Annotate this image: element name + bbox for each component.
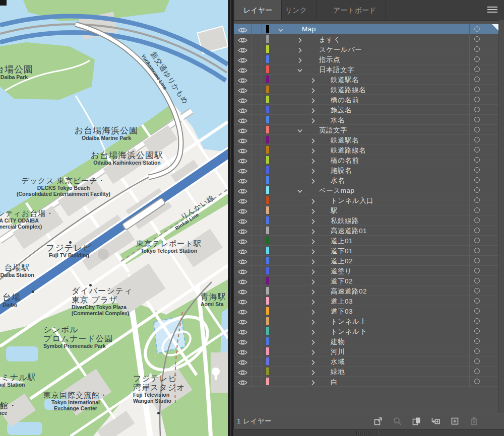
target-circle-icon[interactable] xyxy=(474,358,480,364)
layer-row[interactable]: トンネル上 xyxy=(234,316,498,326)
chevron-right-icon[interactable] xyxy=(310,288,316,294)
target-circle-icon[interactable] xyxy=(474,278,480,283)
layer-row[interactable]: 道上01 xyxy=(234,236,498,246)
chevron-right-icon[interactable] xyxy=(297,56,303,62)
chevron-right-icon[interactable] xyxy=(310,147,316,153)
visibility-eye-icon[interactable] xyxy=(237,87,248,93)
layer-row[interactable]: 緑地 xyxy=(234,367,498,377)
visibility-eye-icon[interactable] xyxy=(237,369,248,375)
layer-name[interactable]: 水域 xyxy=(331,357,345,367)
chevron-right-icon[interactable] xyxy=(310,248,316,254)
chevron-right-icon[interactable] xyxy=(310,268,316,274)
chevron-right-icon[interactable] xyxy=(310,278,316,284)
visibility-eye-icon[interactable] xyxy=(237,288,248,294)
layer-row[interactable]: 白 xyxy=(234,377,498,387)
layer-name[interactable]: ますく xyxy=(319,35,341,44)
layer-name[interactable]: スケールバー xyxy=(319,45,362,54)
visibility-eye-icon[interactable] xyxy=(237,107,248,113)
target-circle-icon[interactable] xyxy=(474,228,480,233)
layer-row[interactable]: 道下01 xyxy=(234,246,498,256)
layer-row[interactable]: 道下02 xyxy=(234,276,498,286)
layer-name[interactable]: Map xyxy=(302,25,316,33)
chevron-right-icon[interactable] xyxy=(310,177,316,183)
tab-links[interactable]: リンク xyxy=(276,0,317,20)
layer-name[interactable]: 道上02 xyxy=(331,257,353,266)
resize-grip[interactable] xyxy=(356,431,379,435)
layer-name[interactable]: 橋の名前 xyxy=(331,96,359,105)
target-circle-icon[interactable] xyxy=(474,147,480,153)
layer-name[interactable]: トンネル下 xyxy=(331,327,366,336)
tab-artboards[interactable]: アートボード xyxy=(324,0,386,20)
layer-row[interactable]: 水名 xyxy=(234,175,498,185)
layer-row[interactable]: 日本語文字 xyxy=(234,64,498,75)
layer-row[interactable]: 道上03 xyxy=(234,296,498,306)
visibility-eye-icon[interactable] xyxy=(237,157,248,163)
visibility-eye-icon[interactable] xyxy=(237,36,248,42)
visibility-eye-icon[interactable] xyxy=(237,268,248,274)
target-circle-icon[interactable] xyxy=(474,217,480,223)
visibility-eye-icon[interactable] xyxy=(237,358,248,365)
layer-name[interactable]: 私鉄線路 xyxy=(331,216,359,226)
layer-name[interactable]: 日本語文字 xyxy=(319,65,354,75)
chevron-down-icon[interactable] xyxy=(278,26,284,32)
visibility-eye-icon[interactable] xyxy=(237,318,248,324)
visibility-eye-icon[interactable] xyxy=(237,217,248,224)
layer-name[interactable]: トンネル入口 xyxy=(331,196,373,205)
target-circle-icon[interactable] xyxy=(474,177,480,183)
chevron-right-icon[interactable] xyxy=(310,77,316,83)
target-circle-icon[interactable] xyxy=(474,298,480,304)
chevron-right-icon[interactable] xyxy=(310,207,316,213)
layer-name[interactable]: 河川 xyxy=(331,347,345,356)
layer-name[interactable]: 施設名 xyxy=(331,166,352,175)
layer-name[interactable]: 高速道路01 xyxy=(331,227,367,236)
layer-row[interactable]: 鉄道駅名 xyxy=(234,135,498,145)
document-scrollbar[interactable] xyxy=(230,0,231,436)
visibility-eye-icon[interactable] xyxy=(237,177,248,183)
new-sublayer-icon[interactable] xyxy=(430,416,441,426)
visibility-eye-icon[interactable] xyxy=(237,308,248,314)
layer-name[interactable]: 白 xyxy=(331,378,338,387)
layer-name[interactable]: 道上03 xyxy=(331,297,353,306)
layer-name[interactable]: 水名 xyxy=(331,116,345,125)
chevron-right-icon[interactable] xyxy=(310,87,316,93)
target-circle-icon[interactable] xyxy=(474,66,480,72)
target-circle-icon[interactable] xyxy=(474,248,480,253)
layer-row[interactable]: 施設名 xyxy=(234,105,498,115)
target-circle-icon[interactable] xyxy=(474,379,480,384)
target-circle-icon[interactable] xyxy=(474,187,480,193)
visibility-eye-icon[interactable] xyxy=(237,56,248,62)
chevron-right-icon[interactable] xyxy=(310,217,316,224)
chevron-right-icon[interactable] xyxy=(310,308,316,314)
visibility-eye-icon[interactable] xyxy=(237,26,248,32)
chevron-right-icon[interactable] xyxy=(310,107,316,113)
chevron-right-icon[interactable] xyxy=(310,298,316,304)
layer-name[interactable]: 橋の名前 xyxy=(331,156,359,165)
visibility-eye-icon[interactable] xyxy=(237,147,248,153)
layer-name[interactable]: 施設名 xyxy=(331,106,352,115)
target-circle-icon[interactable] xyxy=(474,369,480,374)
chevron-down-icon[interactable] xyxy=(297,127,303,133)
layer-name[interactable]: 建物 xyxy=(331,337,345,346)
target-circle-icon[interactable] xyxy=(474,348,480,354)
layer-row[interactable]: 施設名 xyxy=(234,165,498,175)
layer-row[interactable]: 鉄道路線名 xyxy=(234,85,498,95)
chevron-right-icon[interactable] xyxy=(310,137,316,143)
locate-object-icon[interactable] xyxy=(392,416,403,426)
chevron-right-icon[interactable] xyxy=(297,46,303,52)
layer-name[interactable]: 水名 xyxy=(331,176,345,185)
layer-row[interactable]: 橋の名前 xyxy=(234,95,498,105)
chevron-right-icon[interactable] xyxy=(310,318,316,324)
target-circle-icon[interactable] xyxy=(474,157,480,163)
layer-row[interactable]: 鉄道駅名 xyxy=(234,75,498,85)
layer-row[interactable]: トンネル下 xyxy=(234,326,498,336)
chevron-down-icon[interactable] xyxy=(297,187,303,193)
target-circle-icon[interactable] xyxy=(474,117,480,122)
chevron-right-icon[interactable] xyxy=(310,238,316,244)
target-circle-icon[interactable] xyxy=(474,127,480,132)
layer-name[interactable]: 道塗り xyxy=(331,267,352,276)
chevron-right-icon[interactable] xyxy=(310,338,316,344)
layer-row[interactable]: 駅 xyxy=(234,205,498,215)
target-circle-icon[interactable] xyxy=(474,97,480,102)
chevron-right-icon[interactable] xyxy=(310,197,316,203)
visibility-eye-icon[interactable] xyxy=(237,298,248,304)
